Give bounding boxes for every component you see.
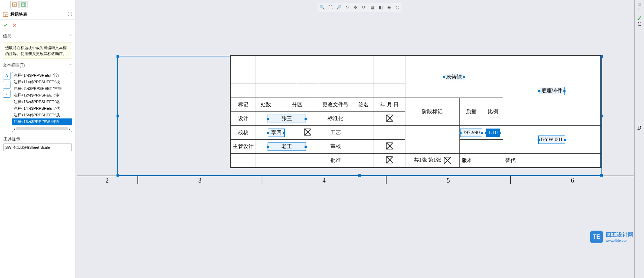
move-up-button[interactable]: ↑ <box>3 81 10 88</box>
design-label: 设计 <box>231 112 255 126</box>
ruler-segment: 6 <box>511 176 634 184</box>
right-ruler: C D <box>634 0 644 278</box>
chief-field[interactable]: 老王 <box>268 142 306 151</box>
mass-label: 质量 <box>459 98 483 126</box>
chevron-up-icon: ⌃ <box>69 34 72 39</box>
mass-field[interactable]: 397.990 <box>460 129 482 137</box>
scroll-left-icon[interactable]: ‹ <box>14 126 15 131</box>
font-icon-button[interactable]: A <box>3 72 10 79</box>
ruler-letter: D <box>637 125 642 131</box>
title-block-icon <box>3 11 8 17</box>
view-toolbar: 🔍 ⛶ 🔎 ↻ ✥ ⟳ ▦ ◧ ◉ ◌ <box>317 3 402 12</box>
tab-block-icon[interactable] <box>10 1 19 8</box>
watermark-text: 四五设计网 <box>606 231 634 239</box>
checkbox-icon[interactable] <box>386 115 393 122</box>
info-message: 选取将在标题块中成为可编辑文本框的注释。使用箭头更改其标签顺序。 <box>3 43 72 59</box>
drawing-canvas[interactable]: 🔍 ⛶ 🔎 ↻ ✥ ⟳ ▦ ◧ ◉ ◌ <box>75 0 644 278</box>
drawing-no-field[interactable]: GYW-001 <box>538 136 565 144</box>
taskpane-icon[interactable]: ◫ <box>638 2 643 6</box>
panel-title: 标题块表 <box>10 11 66 17</box>
standardize-label: 标准化 <box>318 112 353 126</box>
list-item[interactable]: 注释<1>($PRPSHEET:"设i <box>12 72 72 79</box>
selection-outline: 灰铸铁 底座铸件 标记 处数 分区 更改文件号 签名 年 月 <box>117 56 602 176</box>
ruler-segment: 4 <box>262 176 387 184</box>
chevron-up-icon: ⌃ <box>69 63 72 68</box>
col-date: 年 月 日 <box>374 98 405 112</box>
cube-icon[interactable]: ◧ <box>377 4 384 10</box>
svg-rect-3 <box>22 3 26 6</box>
checker-field[interactable]: 李四 <box>268 129 285 137</box>
info-section-header[interactable]: 信息 ⌃ <box>0 31 75 41</box>
taskpane-tabs: ◫ ▷ <box>638 2 643 11</box>
panel-tabs <box>0 0 75 9</box>
title-block: 灰铸铁 底座铸件 标记 处数 分区 更改文件号 签名 年 月 <box>230 55 601 168</box>
approve-label: 批准 <box>318 154 353 168</box>
panel-header: 标题块表 ⓘ <box>0 9 75 20</box>
list-item[interactable]: 注释<11>($PRPSHEET:"校 <box>12 79 72 85</box>
list-item[interactable]: 注释<15>($PRPSHEET:"质 <box>12 112 72 118</box>
check-label: 校核 <box>231 126 255 140</box>
substitute-label: 替代 <box>503 154 601 168</box>
designer-field[interactable]: 张三 <box>268 115 306 123</box>
confirm-row: ✓ ✕ <box>0 20 75 31</box>
svg-rect-9 <box>6 14 8 16</box>
title-block-table: 灰铸铁 底座铸件 标记 处数 分区 更改文件号 签名 年 月 <box>231 56 601 168</box>
pan-icon[interactable]: ✥ <box>352 4 359 10</box>
watermark-url: www.45te.com <box>606 239 634 242</box>
review-label: 审核 <box>318 140 353 154</box>
list-item-selected[interactable]: 注释<16>($PRP:"SW-图纸 <box>12 118 72 125</box>
hide-show-icon[interactable]: ◉ <box>386 4 392 10</box>
ruler-segment: 2 <box>77 176 138 184</box>
sheet-info: 共1张 第1张 <box>405 154 460 168</box>
selection-handle[interactable] <box>117 55 119 58</box>
watermark-badge: TE <box>590 231 603 243</box>
scale-field[interactable]: 1:10 <box>486 129 500 137</box>
col-places: 处数 <box>255 98 276 112</box>
watermark: TE 四五设计网 www.45te.com <box>590 231 634 243</box>
chief-design-label: 主管设计 <box>231 140 255 154</box>
ok-button[interactable]: ✓ <box>3 22 8 29</box>
scroll-thumb[interactable] <box>16 127 68 130</box>
scale-label: 比例 <box>483 98 503 126</box>
tooltip-input[interactable] <box>3 144 72 151</box>
tab-table-icon[interactable] <box>20 1 28 8</box>
bottom-ruler: 2 3 4 5 6 <box>77 176 634 184</box>
version-label: 版本 <box>459 154 503 168</box>
help-icon[interactable]: ⓘ <box>68 11 72 17</box>
tooltip-label: 工具提示: <box>0 133 75 143</box>
checkbox-icon[interactable] <box>444 157 451 164</box>
redraw-icon[interactable]: ⟳ <box>361 4 367 10</box>
rotate-icon[interactable]: ↻ <box>344 4 350 10</box>
zoom-fit-icon[interactable]: 🔍 <box>319 4 325 10</box>
part-name-field[interactable]: 底座铸件 <box>539 87 565 95</box>
checkbox-icon[interactable] <box>304 129 311 136</box>
col-signature: 签名 <box>353 98 374 112</box>
selection-handle[interactable] <box>117 115 119 117</box>
move-down-button[interactable]: ↓ <box>3 90 10 98</box>
list-item[interactable]: 注释<12>($PRPSHEET:"材 <box>12 92 72 99</box>
text-fields-area: A ↑ ↓ 注释<1>($PRPSHEET:"设i 注释<11>($PRPSHE… <box>3 72 72 132</box>
material-field[interactable]: 灰铸铁 <box>444 73 464 81</box>
ruler-segment: 5 <box>387 176 511 184</box>
property-panel: 标题块表 ⓘ ✓ ✕ 信息 ⌃ 选取将在标题块中成为可编辑文本框的注释。使用箭头… <box>0 0 75 278</box>
col-mark: 标记 <box>231 98 255 112</box>
display-style-icon[interactable]: ▦ <box>369 4 375 10</box>
list-item[interactable]: 注释<2>($PRPSHEET:"主管 <box>12 85 72 92</box>
list-item[interactable]: 注释<13>($PRPSHEET:"名 <box>12 99 72 105</box>
process-label: 工艺 <box>318 126 353 140</box>
cancel-button[interactable]: ✕ <box>12 22 17 29</box>
list-item[interactable]: 注释<14>($PRPSHEET:"代 <box>12 105 72 112</box>
annotation-list[interactable]: 注释<1>($PRPSHEET:"设i 注释<11>($PRPSHEET:"校 … <box>12 72 72 132</box>
checkbox-icon[interactable] <box>386 156 393 163</box>
textfields-section-header[interactable]: 文本栏区(T) ⌃ <box>0 60 75 70</box>
scroll-right-icon[interactable]: › <box>69 126 70 131</box>
checkbox-icon[interactable] <box>386 142 393 149</box>
ruler-segment: 3 <box>138 176 262 184</box>
stage-mark-label: 阶段标记 <box>405 98 460 126</box>
taskpane-icon[interactable]: ▷ <box>638 7 643 11</box>
list-hscroll[interactable]: ‹ › <box>12 125 72 132</box>
appearance-icon[interactable]: ◌ <box>394 4 400 10</box>
zoom-window-icon[interactable]: ⛶ <box>327 4 334 10</box>
zoom-selection-icon[interactable]: 🔎 <box>336 4 342 10</box>
accept-check-icon[interactable]: ✓ <box>636 14 643 23</box>
